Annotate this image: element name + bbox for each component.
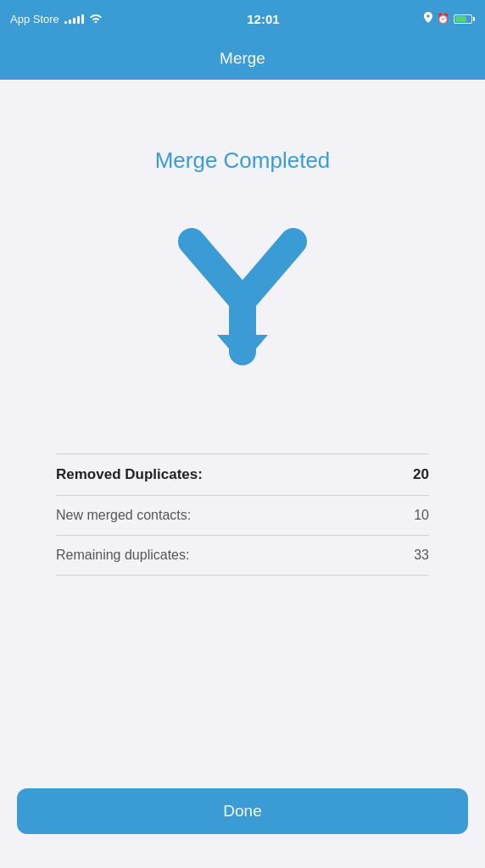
remaining-duplicates-label: Remaining duplicates: xyxy=(56,548,189,563)
status-time: 12:01 xyxy=(247,12,279,26)
stat-row-remaining: Remaining duplicates: 33 xyxy=(56,536,429,575)
alarm-icon: ⏰ xyxy=(437,13,449,25)
signal-bars-icon xyxy=(64,14,84,24)
nav-bar: Merge xyxy=(0,37,485,80)
merge-completed-title: Merge Completed xyxy=(155,147,331,174)
divider-bottom xyxy=(56,575,429,576)
svg-marker-0 xyxy=(217,335,268,364)
signal-bar-4 xyxy=(77,16,80,24)
signal-bar-5 xyxy=(81,14,84,24)
new-merged-contacts-label: New merged contacts: xyxy=(56,508,191,523)
location-icon xyxy=(424,12,432,25)
stat-row-merged: New merged contacts: 10 xyxy=(56,496,429,535)
new-merged-contacts-value: 10 xyxy=(414,508,429,523)
done-button[interactable]: Done xyxy=(17,788,468,834)
signal-bar-2 xyxy=(69,19,71,24)
stat-row-removed: Removed Duplicates: 20 xyxy=(56,454,429,495)
stats-container: Removed Duplicates: 20 New merged contac… xyxy=(31,437,454,593)
done-button-wrapper: Done xyxy=(17,788,468,834)
status-left: App Store xyxy=(10,13,103,25)
signal-bar-3 xyxy=(73,18,75,24)
wifi-icon xyxy=(89,13,103,25)
carrier-label: App Store xyxy=(10,13,59,25)
signal-bar-1 xyxy=(64,21,67,24)
remaining-duplicates-value: 33 xyxy=(414,548,429,563)
status-bar: App Store 12:01 ⏰ xyxy=(0,0,485,37)
nav-title: Merge xyxy=(220,49,265,68)
main-content: Merge Completed Removed Duplicates: 20 N… xyxy=(0,80,485,868)
status-right: ⏰ xyxy=(424,12,475,25)
battery-icon xyxy=(454,14,475,24)
removed-duplicates-label: Removed Duplicates: xyxy=(56,466,203,483)
removed-duplicates-value: 20 xyxy=(413,466,429,483)
merge-completed-icon xyxy=(175,225,310,369)
